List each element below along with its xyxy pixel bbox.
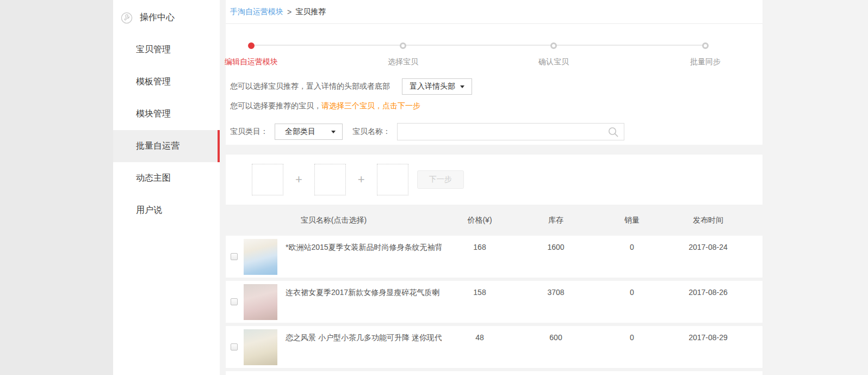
sidebar: 操作中心 宝贝管理 模板管理 模块管理 批量自运营 动态主图 用户说 [113,0,220,375]
step-label: 确认宝贝 [538,57,569,67]
stepper-line [251,45,705,46]
sidebar-item-item-manage[interactable]: 宝贝管理 [113,34,220,66]
position-dropdown-value: 置入详情头部 [410,82,455,91]
step-batch-sync: 批量同步 [690,39,721,67]
step-edit-module: 编辑自运营模块 [225,39,278,67]
top-panel: 手淘自运营模块 > 宝贝推荐 编辑自运营模块 选择宝贝 确认宝贝 批量同步 [226,0,762,145]
sidebar-item-dynamic-main-image[interactable]: 动态主图 [113,162,220,194]
item-name-search-input[interactable] [398,124,624,140]
breadcrumb-separator: > [287,8,292,16]
main-area: 手淘自运营模块 > 宝贝推荐 编辑自运营模块 选择宝贝 确认宝贝 批量同步 [220,0,868,375]
sidebar-item-label: 批量自运营 [136,140,179,152]
plus-separator: + [358,173,365,187]
content-column: 手淘自运营模块 > 宝贝推荐 编辑自运营模块 选择宝贝 确认宝贝 批量同步 [226,0,762,375]
category-select-value: 全部类目 [285,127,315,137]
step-dot [702,42,709,49]
item-slot-3[interactable] [377,164,408,195]
step-label: 编辑自运营模块 [225,57,278,67]
col-header-date: 发布时间 [670,216,746,225]
category-select[interactable]: 全部类目 [275,124,343,140]
item-name-search [397,123,624,140]
sidebar-item-label: 模板管理 [136,76,171,88]
sidebar-item-template-manage[interactable]: 模板管理 [113,66,220,98]
step-label: 选择宝贝 [388,57,418,67]
product-title[interactable]: 恋之风景 小户型小茶几多功能可升降 迷你现代 [279,326,442,368]
col-header-name: 宝贝名称(点击选择) [226,216,442,225]
category-filter-label: 宝贝类目： [230,127,268,137]
col-header-price: 价格(¥) [442,216,518,225]
hint-row-position: 您可以选择宝贝推荐，置入详情的头部或者底部 置入详情头部 [226,77,762,96]
search-icon[interactable] [607,126,619,138]
breadcrumb-parent-link[interactable]: 手淘自运营模块 [230,7,283,17]
sidebar-item-label: 用户说 [136,205,162,216]
position-dropdown[interactable]: 置入详情头部 [402,78,472,95]
product-sales: 0 [594,236,670,278]
product-thumbnail[interactable] [244,284,277,320]
plus-separator: + [295,173,302,187]
table-row: 连衣裙女夏季2017新款女修身显瘦碎花气质喇 158 3708 0 2017-0… [226,281,762,323]
step-dot-active [248,42,255,49]
product-date: 2017-08-29 [670,326,746,368]
item-slot-2[interactable] [314,164,346,195]
item-picker-panel: + + 下一步 [226,155,762,205]
sidebar-item-batch-self-operation[interactable]: 批量自运营 [113,130,220,162]
product-date: 2017-08-24 [670,236,746,278]
filter-row: 宝贝类目： 全部类目 宝贝名称： [226,123,762,140]
hint-row-select: 您可以选择要推荐的宝贝，请选择三个宝贝，点击下一步 [226,101,762,112]
step-label: 批量同步 [690,57,721,67]
row-checkbox[interactable] [231,253,238,260]
wrench-circle-icon [121,12,133,24]
breadcrumb: 手淘自运营模块 > 宝贝推荐 [226,0,762,24]
item-slot-1[interactable] [252,164,283,195]
name-filter-label: 宝贝名称： [352,127,390,137]
next-step-button[interactable]: 下一步 [417,170,464,189]
product-title[interactable]: 连衣裙女夏季2017新款女修身显瘦碎花气质喇 [279,281,442,323]
sidebar-item-user-says[interactable]: 用户说 [113,194,220,226]
table-header-row: 宝贝名称(点击选择) 价格(¥) 库存 销量 发布时间 [226,205,762,236]
table-row: 恋之风景 小户型小茶几多功能可升降 迷你现代 48 600 0 2017-08-… [226,326,762,368]
table-row-partial [226,371,762,375]
breadcrumb-current: 宝贝推荐 [295,7,326,17]
sidebar-item-label: 操作中心 [140,12,175,23]
step-dot [550,42,557,49]
item-table: 宝贝名称(点击选择) 价格(¥) 库存 销量 发布时间 *欧洲站2015夏季女装… [226,205,762,375]
step-confirm-items: 确认宝贝 [538,39,569,67]
product-thumbnail[interactable] [244,329,277,365]
caret-down-icon [460,85,464,88]
table-row: *欧洲站2015夏季女装新品时尚修身条纹无袖背 168 1600 0 2017-… [226,236,762,278]
row-checkbox[interactable] [231,343,238,351]
product-stock: 600 [518,326,594,368]
product-sales: 0 [594,326,670,368]
sidebar-item-module-manage[interactable]: 模块管理 [113,98,220,130]
hint-select-highlight: 请选择三个宝贝，点击下一步 [321,101,420,110]
sidebar-item-label: 宝贝管理 [136,44,171,56]
col-header-sales: 销量 [594,216,670,225]
product-price: 48 [442,326,518,368]
sidebar-item-label: 模块管理 [136,108,171,120]
step-select-items: 选择宝贝 [388,39,418,67]
product-sales: 0 [594,281,670,323]
sidebar-item-operation-center[interactable]: 操作中心 [113,2,220,34]
product-price: 158 [442,281,518,323]
step-dot [400,42,406,49]
col-header-stock: 库存 [518,216,594,225]
hint-position-text: 您可以选择宝贝推荐，置入详情的头部或者底部 [230,82,390,91]
product-stock: 3708 [518,281,594,323]
product-title[interactable]: *欧洲站2015夏季女装新品时尚修身条纹无袖背 [279,236,442,278]
stepper: 编辑自运营模块 选择宝贝 确认宝贝 批量同步 [226,24,762,74]
product-thumbnail[interactable] [244,239,277,275]
row-checkbox[interactable] [231,298,238,305]
caret-down-icon [331,131,336,133]
sidebar-item-label: 动态主图 [136,173,171,184]
product-stock: 1600 [518,236,594,278]
product-date: 2017-08-26 [670,281,746,323]
hint-select-text: 您可以选择要推荐的宝贝， [230,101,321,110]
product-price: 168 [442,236,518,278]
